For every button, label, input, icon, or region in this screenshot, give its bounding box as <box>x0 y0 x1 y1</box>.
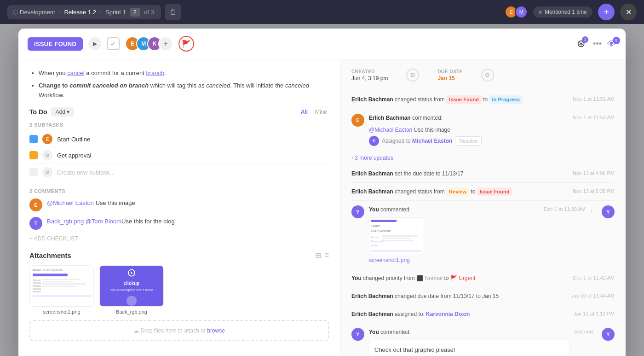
comment-1: E @Michael Easton Use this image <box>29 198 329 211</box>
drop-text: Drop files here to attach or <box>140 327 205 334</box>
grid-icon[interactable]: ⊞ <box>315 251 321 260</box>
actor-due-change: Erlich Bachman <box>351 293 393 299</box>
watch-button[interactable]: 👁 5 <box>607 39 616 49</box>
create-checkbox <box>29 168 38 176</box>
attachment-screenshot1[interactable]: Name Build Website Space <box>29 265 94 315</box>
comment-mention-1[interactable]: @Michael Easton <box>369 127 412 133</box>
comment-2-filename[interactable]: Back_rgb.png <box>47 218 84 225</box>
download-icon[interactable]: ↓ <box>590 205 593 215</box>
canceled-label: canceled <box>206 82 230 89</box>
activity-content-1: Erlich Bachman commented: @Michael Easto… <box>369 114 569 146</box>
you-avatar-badge-2: Y <box>602 328 615 341</box>
filter-mine[interactable]: Mine <box>313 108 329 116</box>
canceled-label-2: canceled <box>285 82 309 89</box>
branch-link[interactable]: branch <box>146 70 164 76</box>
assigned-time: Jan 12 at 1:12 PM <box>574 310 615 318</box>
subtask-2-gear: ⚙ <box>42 150 52 160</box>
comment-2: T Back_rgb.png @Tom BloomUse this for th… <box>29 217 329 230</box>
due-label: DUE DATE <box>437 69 462 74</box>
clickup-logo: ⊙ <box>127 266 136 279</box>
you-avatar-badge: Y <box>602 205 615 218</box>
add-checklist[interactable]: + ADD CHECKLIST <box>29 235 329 242</box>
activity-time-2: Nov 13 at 5:38 PM <box>573 187 615 195</box>
assignee-avatars: E M K + <box>125 36 173 51</box>
activity-text-2: Erlich Bachman changed status from Revie… <box>351 187 568 196</box>
todo-section-header: To Do Add ▾ All Mine <box>29 107 329 117</box>
project-item[interactable]: ⬡ Development <box>13 9 55 16</box>
of-count: of 3. <box>144 9 155 16</box>
more-options-button[interactable]: ••• <box>593 39 602 49</box>
created-icon[interactable]: ⚙ <box>406 69 419 82</box>
to-status-2: Issue Found <box>477 187 512 196</box>
comment-2-avatar: T <box>29 217 42 230</box>
from-status-2: Review <box>446 187 469 196</box>
subtask-2: ⚙ Get approval <box>29 147 329 163</box>
more-updates[interactable]: › 3 more updates <box>351 151 615 165</box>
created-label: CREATED <box>351 69 388 74</box>
comment-1-mention[interactable]: @Michael Easton <box>47 199 94 206</box>
more-updates-text: 3 more updates <box>355 155 393 161</box>
assign-name-karvonnia: Karvonnia Dixon <box>426 311 470 317</box>
due-value: Jan 15 <box>437 75 462 82</box>
close-button[interactable]: ✕ <box>620 4 637 20</box>
created-value: Jun 4, 3:19 pm <box>351 75 388 82</box>
mentioned-badge[interactable]: # Mentioned 1 time <box>533 6 592 18</box>
check-button[interactable]: ✓ <box>107 37 120 50</box>
status-arrow-button[interactable]: ▶ <box>88 37 101 50</box>
todo-add-button[interactable]: Add ▾ <box>51 107 74 117</box>
you-header-2: You commented: <box>369 328 569 336</box>
attachments-header: Attachments ⊞ ≡ <box>29 251 329 260</box>
todo-title: To Do <box>29 108 47 116</box>
add-button[interactable]: + <box>598 4 615 20</box>
subtasks-label: 2 SUBTASKS <box>29 122 329 128</box>
you-header-1: You commented: <box>369 205 540 214</box>
you-time-2: Just now <box>574 328 593 336</box>
due-change-text: Erlich Bachman changed due date from 11/… <box>351 292 566 300</box>
due-icon[interactable]: ⚙ <box>481 69 494 82</box>
share-button[interactable]: ⎙ <box>165 4 181 20</box>
actor-due: Erlich Bachman <box>351 170 393 177</box>
breadcrumb: ⬡ Development › Release 1.2 › Sprint 1 2… <box>7 5 161 19</box>
subtask-2-checkbox[interactable] <box>29 151 38 159</box>
you-avatar-1: Y <box>351 205 364 218</box>
flag-button[interactable]: 🚩 <box>178 36 194 52</box>
you-avatar-2: Y <box>351 328 364 341</box>
activity-comment-1: E Erlich Bachman commented: @Michael Eas… <box>351 109 615 151</box>
browse-link[interactable]: browse <box>207 327 225 334</box>
github-button[interactable]: ⊛ 1 <box>575 37 587 50</box>
activity-due-change: Erlich Bachman changed due date from 11/… <box>351 287 615 305</box>
meta-row: CREATED Jun 4, 3:19 pm ⚙ DUE DATE Jan 15… <box>351 69 615 82</box>
assigned-row-1: ⊛ Assigned to Michael Easton Resolve <box>369 136 569 146</box>
add-assignee-button[interactable]: + <box>158 36 173 51</box>
to-priority: 🚩 Urgent <box>450 275 475 281</box>
filter-all[interactable]: All <box>299 108 310 116</box>
subtask-1-text: Start Outline <box>57 136 90 143</box>
comments-section: 2 COMMENTS E @Michael Easton Use this im… <box>29 188 329 230</box>
attachment-backrgb[interactable]: ⊙ clickup You developers don't have Back… <box>99 265 164 315</box>
cancel-link[interactable]: cancel <box>67 70 85 76</box>
subtask-1-checkbox[interactable] <box>29 135 38 143</box>
release-item[interactable]: Release 1.2 <box>64 9 96 16</box>
status-button[interactable]: ISSUE FOUND <box>28 37 83 51</box>
list-icon[interactable]: ≡ <box>325 251 329 260</box>
sprint-item[interactable]: Sprint 1 <box>105 9 126 16</box>
screenshot1-name: screenshot1.png <box>29 309 94 315</box>
attachments-title: Attachments <box>29 251 71 259</box>
resolve-button-1[interactable]: Resolve <box>455 136 482 146</box>
screenshot-link[interactable]: screenshot1.png <box>369 256 540 264</box>
clickup-avatar <box>126 296 137 306</box>
watch-count: 5 <box>613 37 620 44</box>
comments-label: 2 COMMENTS <box>29 188 329 194</box>
comment-2-mention[interactable]: @Tom Bloom <box>86 218 121 225</box>
assign-name-1: Michael Easton <box>412 138 452 144</box>
activity-text-1: Erlich Bachman changed status from Issue… <box>351 95 569 104</box>
create-gear: ⚙ <box>42 167 52 177</box>
created-icon-row: ⚙ <box>406 69 419 82</box>
create-subtask[interactable]: ⚙ Create new subtask... <box>29 163 329 181</box>
comment-name-1: Erlich Bachman <box>369 115 411 121</box>
activity-time-due: Nov 13 at 4:06 PM <box>573 169 615 177</box>
comment-1-body: @Michael Easton Use this image <box>47 198 135 211</box>
activity-priority: You changed priority from ⬛ Normal to 🚩 … <box>351 269 615 287</box>
drop-zone[interactable]: ☁ Drop files here to attach or browse <box>29 320 329 341</box>
you-label-3: You <box>369 329 379 335</box>
